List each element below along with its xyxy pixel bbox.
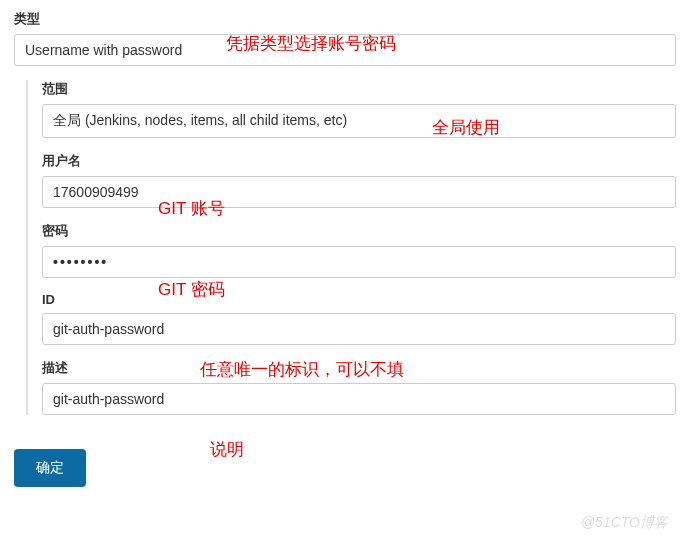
password-input[interactable]: ••••••••: [42, 246, 676, 278]
id-input[interactable]: [42, 313, 676, 345]
username-label: 用户名: [42, 152, 676, 170]
watermark: @51CTO博客: [581, 514, 668, 532]
username-input[interactable]: [42, 176, 676, 208]
type-select[interactable]: Username with password: [14, 34, 676, 66]
annotation-description: 说明: [210, 438, 244, 461]
id-label: ID: [42, 292, 676, 307]
password-label: 密码: [42, 222, 676, 240]
description-input[interactable]: [42, 383, 676, 415]
description-label: 描述: [42, 359, 676, 377]
scope-select[interactable]: 全局 (Jenkins, nodes, items, all child ite…: [42, 104, 676, 138]
submit-button[interactable]: 确定: [14, 449, 86, 487]
type-label: 类型: [14, 10, 676, 28]
scope-label: 范围: [42, 80, 676, 98]
